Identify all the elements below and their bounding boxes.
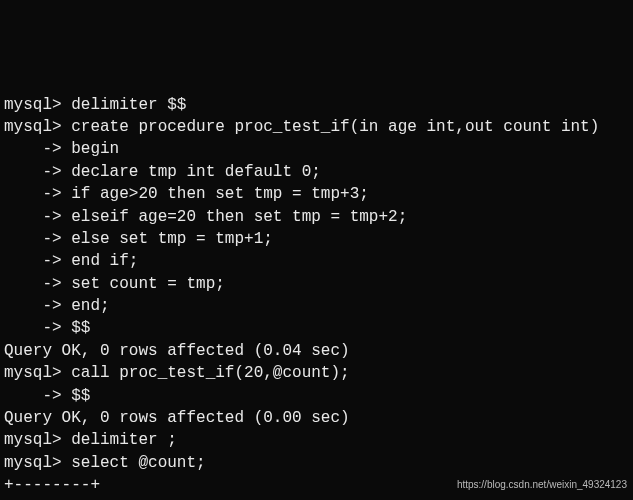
terminal-output: mysql> delimiter $$mysql> create procedu… <box>4 94 629 500</box>
terminal-line: -> begin <box>4 138 629 160</box>
terminal-line: mysql> create procedure proc_test_if(in … <box>4 116 629 138</box>
terminal-line: -> $$ <box>4 385 629 407</box>
terminal-line: Query OK, 0 rows affected (0.04 sec) <box>4 340 629 362</box>
terminal-line: -> set count = tmp; <box>4 273 629 295</box>
terminal-line: -> end if; <box>4 250 629 272</box>
terminal-line: -> $$ <box>4 317 629 339</box>
watermark-text: https://blog.csdn.net/weixin_49324123 <box>457 478 627 492</box>
terminal-line: mysql> delimiter $$ <box>4 94 629 116</box>
terminal-line: -> else set tmp = tmp+1; <box>4 228 629 250</box>
terminal-line: mysql> call proc_test_if(20,@count); <box>4 362 629 384</box>
terminal-line: -> declare tmp int default 0; <box>4 161 629 183</box>
terminal-line: mysql> delimiter ; <box>4 429 629 451</box>
terminal-line: mysql> select @count; <box>4 452 629 474</box>
terminal-line: -> end; <box>4 295 629 317</box>
terminal-line: Query OK, 0 rows affected (0.00 sec) <box>4 407 629 429</box>
terminal-line: -> if age>20 then set tmp = tmp+3; <box>4 183 629 205</box>
terminal-line: | @count | <box>4 497 629 500</box>
terminal-line: -> elseif age=20 then set tmp = tmp+2; <box>4 206 629 228</box>
